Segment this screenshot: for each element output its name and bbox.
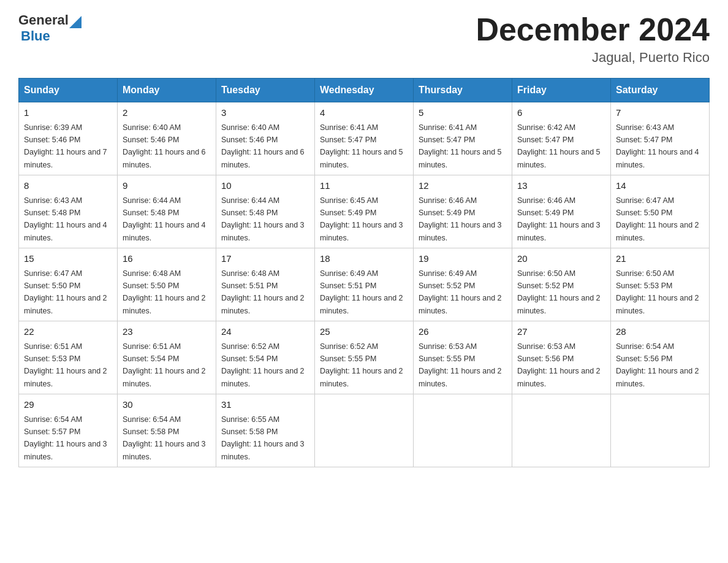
- calendar-day-cell: 13Sunrise: 6:46 AMSunset: 5:49 PMDayligh…: [512, 175, 611, 248]
- calendar-day-cell: 29Sunrise: 6:54 AMSunset: 5:57 PMDayligh…: [19, 394, 118, 467]
- day-info: Sunrise: 6:41 AMSunset: 5:47 PMDaylight:…: [419, 123, 502, 169]
- day-info: Sunrise: 6:51 AMSunset: 5:54 PMDaylight:…: [123, 342, 206, 388]
- day-number: 10: [221, 179, 309, 193]
- day-number: 19: [419, 252, 507, 266]
- calendar-day-cell: [512, 394, 611, 467]
- calendar-day-cell: 15Sunrise: 6:47 AMSunset: 5:50 PMDayligh…: [19, 248, 118, 321]
- logo-triangle-icon: [69, 16, 82, 28]
- logo: General Blue: [18, 12, 82, 44]
- title-block: December 2024 Jagual, Puerto Rico: [476, 12, 710, 66]
- day-info: Sunrise: 6:40 AMSunset: 5:46 PMDaylight:…: [123, 123, 206, 169]
- svg-marker-0: [69, 16, 82, 28]
- day-number: 24: [221, 325, 309, 339]
- calendar-day-cell: 3Sunrise: 6:40 AMSunset: 5:46 PMDaylight…: [216, 102, 315, 175]
- calendar-day-cell: 6Sunrise: 6:42 AMSunset: 5:47 PMDaylight…: [512, 102, 611, 175]
- calendar-day-cell: 28Sunrise: 6:54 AMSunset: 5:56 PMDayligh…: [611, 321, 710, 394]
- day-number: 23: [123, 325, 211, 339]
- day-number: 27: [517, 325, 605, 339]
- col-sunday: Sunday: [19, 79, 118, 102]
- calendar-day-cell: 22Sunrise: 6:51 AMSunset: 5:53 PMDayligh…: [19, 321, 118, 394]
- day-info: Sunrise: 6:48 AMSunset: 5:50 PMDaylight:…: [123, 269, 206, 315]
- col-thursday: Thursday: [414, 79, 512, 102]
- day-info: Sunrise: 6:52 AMSunset: 5:54 PMDaylight:…: [221, 342, 305, 388]
- day-info: Sunrise: 6:50 AMSunset: 5:52 PMDaylight:…: [517, 269, 601, 315]
- calendar-day-cell: 20Sunrise: 6:50 AMSunset: 5:52 PMDayligh…: [512, 248, 611, 321]
- day-number: 11: [320, 179, 408, 193]
- logo-blue: Blue: [21, 28, 50, 44]
- day-info: Sunrise: 6:42 AMSunset: 5:47 PMDaylight:…: [517, 123, 601, 169]
- day-info: Sunrise: 6:45 AMSunset: 5:49 PMDaylight:…: [320, 196, 403, 242]
- calendar-day-cell: 10Sunrise: 6:44 AMSunset: 5:48 PMDayligh…: [216, 175, 315, 248]
- calendar-day-cell: 9Sunrise: 6:44 AMSunset: 5:48 PMDaylight…: [118, 175, 216, 248]
- day-number: 14: [616, 179, 704, 193]
- day-info: Sunrise: 6:54 AMSunset: 5:56 PMDaylight:…: [616, 342, 699, 388]
- col-wednesday: Wednesday: [315, 79, 414, 102]
- day-info: Sunrise: 6:53 AMSunset: 5:55 PMDaylight:…: [419, 342, 502, 388]
- calendar-day-cell: [414, 394, 512, 467]
- day-number: 16: [123, 252, 211, 266]
- col-monday: Monday: [118, 79, 216, 102]
- logo-general: General: [18, 12, 69, 28]
- day-info: Sunrise: 6:40 AMSunset: 5:46 PMDaylight:…: [221, 123, 305, 169]
- day-number: 7: [616, 106, 704, 120]
- calendar-day-cell: 4Sunrise: 6:41 AMSunset: 5:47 PMDaylight…: [315, 102, 414, 175]
- day-info: Sunrise: 6:48 AMSunset: 5:51 PMDaylight:…: [221, 269, 305, 315]
- calendar-day-cell: 30Sunrise: 6:54 AMSunset: 5:58 PMDayligh…: [118, 394, 216, 467]
- day-number: 15: [24, 252, 112, 266]
- calendar-day-cell: 27Sunrise: 6:53 AMSunset: 5:56 PMDayligh…: [512, 321, 611, 394]
- day-info: Sunrise: 6:52 AMSunset: 5:55 PMDaylight:…: [320, 342, 403, 388]
- day-info: Sunrise: 6:47 AMSunset: 5:50 PMDaylight:…: [24, 269, 107, 315]
- calendar-subtitle: Jagual, Puerto Rico: [476, 50, 710, 66]
- calendar-day-cell: 24Sunrise: 6:52 AMSunset: 5:54 PMDayligh…: [216, 321, 315, 394]
- day-info: Sunrise: 6:51 AMSunset: 5:53 PMDaylight:…: [24, 342, 107, 388]
- day-info: Sunrise: 6:46 AMSunset: 5:49 PMDaylight:…: [419, 196, 502, 242]
- day-number: 29: [24, 398, 112, 412]
- calendar-day-cell: 14Sunrise: 6:47 AMSunset: 5:50 PMDayligh…: [611, 175, 710, 248]
- calendar-day-cell: 8Sunrise: 6:43 AMSunset: 5:48 PMDaylight…: [19, 175, 118, 248]
- col-friday: Friday: [512, 79, 611, 102]
- calendar-day-cell: 2Sunrise: 6:40 AMSunset: 5:46 PMDaylight…: [118, 102, 216, 175]
- day-number: 13: [517, 179, 605, 193]
- col-saturday: Saturday: [611, 79, 710, 102]
- calendar-day-cell: 19Sunrise: 6:49 AMSunset: 5:52 PMDayligh…: [414, 248, 512, 321]
- day-number: 20: [517, 252, 605, 266]
- day-info: Sunrise: 6:44 AMSunset: 5:48 PMDaylight:…: [123, 196, 206, 242]
- day-info: Sunrise: 6:49 AMSunset: 5:52 PMDaylight:…: [419, 269, 502, 315]
- calendar-day-cell: 21Sunrise: 6:50 AMSunset: 5:53 PMDayligh…: [611, 248, 710, 321]
- day-number: 1: [24, 106, 112, 120]
- calendar-week-row: 8Sunrise: 6:43 AMSunset: 5:48 PMDaylight…: [19, 175, 710, 248]
- day-number: 9: [123, 179, 211, 193]
- day-number: 3: [221, 106, 309, 120]
- calendar-day-cell: 18Sunrise: 6:49 AMSunset: 5:51 PMDayligh…: [315, 248, 414, 321]
- day-info: Sunrise: 6:46 AMSunset: 5:49 PMDaylight:…: [517, 196, 601, 242]
- day-number: 18: [320, 252, 408, 266]
- calendar-day-cell: 17Sunrise: 6:48 AMSunset: 5:51 PMDayligh…: [216, 248, 315, 321]
- day-info: Sunrise: 6:44 AMSunset: 5:48 PMDaylight:…: [221, 196, 305, 242]
- day-info: Sunrise: 6:39 AMSunset: 5:46 PMDaylight:…: [24, 123, 107, 169]
- day-number: 8: [24, 179, 112, 193]
- logo-text: General Blue: [18, 12, 82, 44]
- day-info: Sunrise: 6:54 AMSunset: 5:57 PMDaylight:…: [24, 415, 107, 461]
- day-number: 5: [419, 106, 507, 120]
- day-info: Sunrise: 6:55 AMSunset: 5:58 PMDaylight:…: [221, 415, 305, 461]
- calendar-day-cell: 1Sunrise: 6:39 AMSunset: 5:46 PMDaylight…: [19, 102, 118, 175]
- calendar-day-cell: 23Sunrise: 6:51 AMSunset: 5:54 PMDayligh…: [118, 321, 216, 394]
- day-number: 30: [123, 398, 211, 412]
- page-header: General Blue December 2024 Jagual, Puert…: [18, 12, 710, 66]
- day-number: 17: [221, 252, 309, 266]
- calendar-day-cell: 7Sunrise: 6:43 AMSunset: 5:47 PMDaylight…: [611, 102, 710, 175]
- calendar-day-cell: [611, 394, 710, 467]
- day-info: Sunrise: 6:54 AMSunset: 5:58 PMDaylight:…: [123, 415, 206, 461]
- calendar-title: December 2024: [476, 12, 710, 47]
- day-number: 12: [419, 179, 507, 193]
- calendar-day-cell: 11Sunrise: 6:45 AMSunset: 5:49 PMDayligh…: [315, 175, 414, 248]
- day-info: Sunrise: 6:41 AMSunset: 5:47 PMDaylight:…: [320, 123, 403, 169]
- calendar-week-row: 1Sunrise: 6:39 AMSunset: 5:46 PMDaylight…: [19, 102, 710, 175]
- day-number: 6: [517, 106, 605, 120]
- day-info: Sunrise: 6:43 AMSunset: 5:48 PMDaylight:…: [24, 196, 107, 242]
- col-tuesday: Tuesday: [216, 79, 315, 102]
- day-number: 28: [616, 325, 704, 339]
- day-number: 21: [616, 252, 704, 266]
- day-info: Sunrise: 6:43 AMSunset: 5:47 PMDaylight:…: [616, 123, 699, 169]
- calendar-header-row: Sunday Monday Tuesday Wednesday Thursday…: [19, 79, 710, 102]
